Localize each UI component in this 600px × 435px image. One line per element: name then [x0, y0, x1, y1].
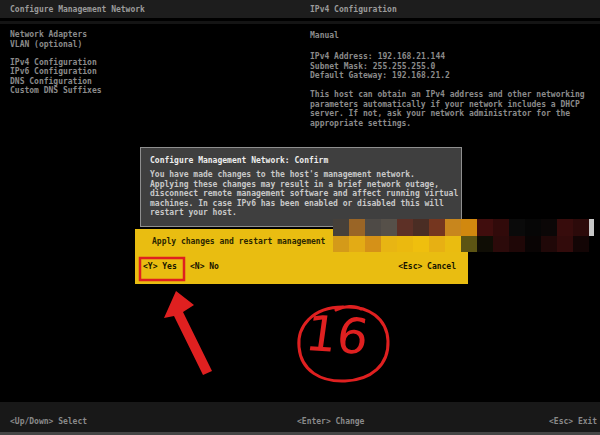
sidebar-item-network-adapters[interactable]: Network Adapters — [10, 30, 87, 39]
yes-button[interactable]: <Y> Yes — [143, 262, 177, 271]
mosaic-cell — [477, 219, 493, 236]
ipv4-description-line: parameters automatically if your network… — [310, 100, 580, 109]
mosaic-cell — [541, 236, 557, 252]
header-title-right: IPv4 Configuration — [310, 5, 397, 14]
dialog-body-line: You have made changes to the host's mana… — [150, 170, 415, 179]
sidebar-item-ipv6-configuration[interactable]: IPv6 Configuration — [10, 67, 97, 76]
subnet-mask-row: Subnet Mask:255.255.255.0 — [310, 62, 435, 71]
mosaic-cell — [573, 219, 589, 236]
mosaic-cell — [573, 236, 589, 252]
dialog-body-line: machines. In case IPv6 has been enabled … — [150, 199, 444, 208]
footer-hint-select: <Up/Down> Select — [10, 417, 87, 426]
dialog-action-bar: Apply changes and restart management <Y>… — [135, 229, 468, 284]
ipv4-mode-value: Manual — [310, 31, 339, 40]
footer-hint-exit: <Esc> Exit — [549, 417, 597, 426]
confirm-dialog-body: Configure Management Network: Confirm Yo… — [140, 147, 462, 227]
dialog-body-line: Applying these changes may result in a b… — [150, 180, 439, 189]
ipv4-description-line: This host can obtain an IPv4 address and… — [310, 90, 585, 99]
mosaic-cell — [493, 219, 509, 236]
ipv4-address-label: IPv4 Address: — [310, 52, 373, 61]
apply-changes-label: Apply changes and restart management — [152, 237, 325, 246]
header-title-left: Configure Management Network — [10, 5, 145, 14]
ipv4-address-value: 192.168.21.144 — [378, 52, 445, 61]
sidebar-item-custom-dns-suffixes[interactable]: Custom DNS Suffixes — [10, 86, 102, 95]
mosaic-cell — [541, 219, 557, 236]
dialog-title: Configure Management Network: Confirm — [150, 156, 328, 165]
mosaic-cell — [589, 219, 594, 236]
cancel-button[interactable]: <Esc> Cancel — [398, 262, 456, 271]
mosaic-cell — [509, 219, 525, 236]
footer-hint-change: <Enter> Change — [297, 417, 364, 426]
dialog-body-line: restart your host. — [150, 208, 237, 217]
sidebar-item-vlan[interactable]: VLAN (optional) — [10, 40, 82, 49]
mosaic-cell — [509, 236, 525, 252]
default-gateway-row: Default Gateway:192.168.21.2 — [310, 71, 450, 80]
header-separator — [0, 21, 600, 24]
mosaic-cell — [557, 219, 573, 236]
no-button[interactable]: <N> No — [190, 262, 219, 271]
mosaic-cell — [525, 236, 541, 252]
ipv4-description-line: appropriate settings. — [310, 119, 411, 128]
header-bar: Configure Management Network IPv4 Config… — [0, 0, 600, 18]
mosaic-cell — [477, 236, 493, 252]
annotation-circle — [299, 306, 388, 381]
sidebar-item-ipv4-configuration[interactable]: IPv4 Configuration — [10, 58, 97, 67]
default-gateway-value: 192.168.21.2 — [392, 71, 450, 80]
mosaic-cell — [493, 236, 509, 252]
confirm-dialog: Configure Management Network: Confirm Yo… — [133, 143, 472, 295]
sidebar-item-dns-configuration[interactable]: DNS Configuration — [10, 77, 92, 86]
dialog-body-line: disconnect remote management software an… — [150, 189, 458, 198]
annotation-arrow — [164, 291, 212, 375]
annotation-circled-number: 16 — [303, 309, 372, 362]
subnet-mask-value: 255.255.255.0 — [373, 62, 436, 71]
mosaic-cell — [557, 236, 573, 252]
ipv4-address-row: IPv4 Address:192.168.21.144 — [310, 52, 445, 61]
ipv4-description-line: server. If not, ask your network adminis… — [310, 109, 570, 118]
mosaic-cell — [525, 219, 541, 236]
subnet-mask-label: Subnet Mask: — [310, 62, 368, 71]
dcui-screen: Configure Management Network IPv4 Config… — [0, 0, 600, 435]
default-gateway-label: Default Gateway: — [310, 71, 387, 80]
footer-bar: <Up/Down> Select <Enter> Change <Esc> Ex… — [0, 402, 600, 432]
